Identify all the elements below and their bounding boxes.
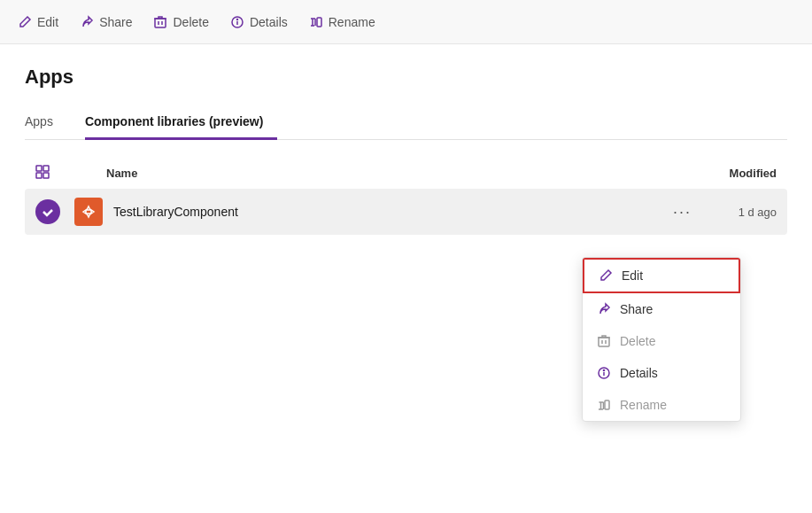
svg-rect-7 [36,166,42,171]
context-menu: Edit Share Delete Details Rename [582,257,741,422]
header-name: Name [106,167,670,180]
context-menu-delete[interactable]: Delete [583,325,740,357]
rename-menu-icon [597,398,611,412]
share-icon [80,15,94,29]
row-modified: 1 d ago [706,206,777,219]
svg-rect-10 [43,173,49,178]
context-menu-share[interactable]: Share [583,293,740,325]
toolbar-details[interactable]: Details [230,15,288,29]
toolbar-edit[interactable]: Edit [18,15,58,29]
edit-icon [18,15,32,29]
header-check [35,165,74,182]
details-icon [230,15,244,29]
svg-rect-17 [605,400,609,409]
page-title: Apps [25,66,787,89]
table-row[interactable]: TestLibraryComponent ··· 1 d ago [25,189,787,235]
toolbar-share[interactable]: Share [80,15,132,29]
main-content: Apps Apps Component libraries (preview) … [0,44,812,260]
context-menu-edit[interactable]: Edit [583,258,740,293]
svg-rect-9 [36,173,42,178]
header-modified: Modified [670,167,777,180]
check-circle [35,199,60,224]
svg-rect-0 [155,19,166,27]
svg-rect-11 [599,338,609,346]
grid-icon [35,165,50,179]
rename-icon [309,15,323,29]
svg-point-5 [236,19,237,19]
tab-bar: Apps Component libraries (preview) [25,106,787,140]
table-header: Name Modified [25,158,787,189]
tab-component-libraries[interactable]: Component libraries (preview) [85,107,277,140]
tab-apps[interactable]: Apps [25,107,67,140]
toolbar: Edit Share Delete Details Rename [0,0,812,44]
row-name: TestLibraryComponent [113,205,673,219]
delete-icon [153,15,167,29]
row-check [35,199,74,224]
details-menu-icon [597,366,611,380]
delete-menu-icon [597,334,611,348]
app-icon [74,198,103,226]
toolbar-rename[interactable]: Rename [309,15,375,29]
svg-rect-6 [317,18,321,27]
toolbar-delete[interactable]: Delete [153,15,208,29]
svg-point-16 [603,369,604,370]
row-more-button[interactable]: ··· [673,203,692,222]
context-menu-details[interactable]: Details [583,357,740,389]
edit-menu-icon [599,268,613,283]
share-menu-icon [597,302,611,316]
context-menu-rename[interactable]: Rename [583,389,740,421]
svg-rect-8 [43,166,49,171]
